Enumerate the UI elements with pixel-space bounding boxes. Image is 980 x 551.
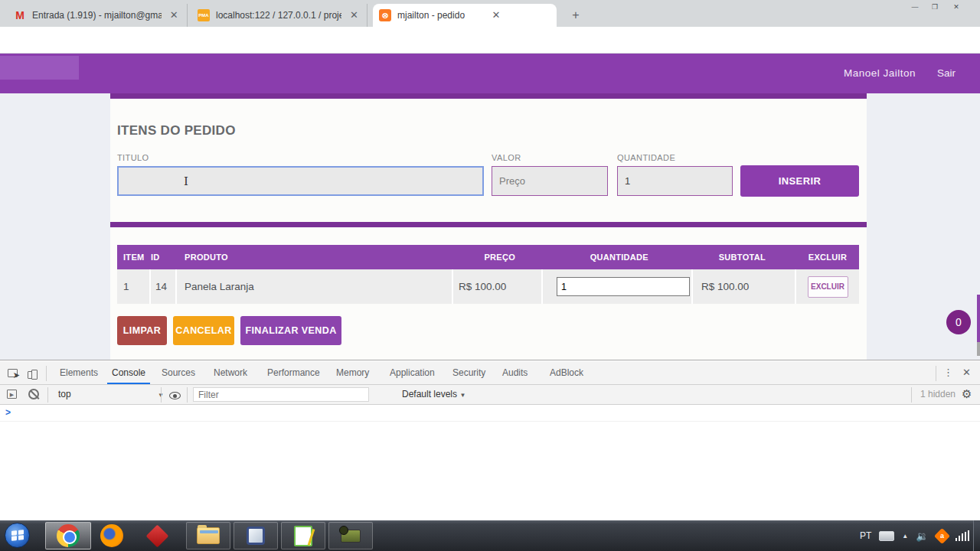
red-diamond-icon bbox=[145, 524, 168, 547]
window-close-button[interactable]: ✕ bbox=[949, 2, 963, 12]
tab-close-icon[interactable]: ✕ bbox=[348, 8, 361, 22]
app-logo-area[interactable] bbox=[0, 56, 79, 80]
tab-pedido-active[interactable]: ꕕ mjailton - pedido ✕ bbox=[373, 4, 557, 27]
avast-icon[interactable]: a bbox=[933, 527, 949, 543]
devtools-tab-console[interactable]: Console bbox=[107, 361, 150, 384]
valor-label: VALOR bbox=[492, 153, 521, 162]
taskbar-notepadpp-button[interactable] bbox=[281, 522, 325, 549]
device-toolbar-icon[interactable] bbox=[28, 367, 40, 380]
cell-item: 1 bbox=[117, 269, 151, 304]
row-quantidade-input[interactable] bbox=[557, 277, 690, 296]
logout-link[interactable]: Sair bbox=[937, 67, 956, 79]
inserir-button[interactable]: INSERIR bbox=[740, 165, 859, 197]
devtools-tab-adblock[interactable]: AdBlock bbox=[545, 361, 588, 384]
inspect-element-icon[interactable]: ➤ bbox=[8, 367, 20, 380]
console-sidebar-icon[interactable]: ▶ bbox=[7, 390, 17, 399]
quantidade-input[interactable] bbox=[617, 166, 733, 196]
page-content: Manoel Jailton Sair ITENS DO PEDIDO TITU… bbox=[0, 54, 980, 360]
clear-console-icon[interactable] bbox=[28, 389, 39, 399]
panel-divider-bar bbox=[110, 222, 867, 227]
devtools-menu-icon[interactable]: ⋮ bbox=[943, 367, 953, 378]
divider bbox=[187, 387, 188, 403]
network-signal-icon[interactable] bbox=[956, 530, 970, 541]
cancelar-button[interactable]: CANCELAR bbox=[173, 316, 234, 345]
folder-icon bbox=[197, 527, 220, 544]
tab-title: mjailton - pedido bbox=[397, 10, 465, 21]
tab-title: Entrada (1.919) - mjailton@gmai bbox=[32, 10, 162, 21]
devtools-close-icon[interactable]: ✕ bbox=[962, 367, 971, 378]
user-name[interactable]: Manoel Jailton bbox=[844, 67, 916, 79]
order-table-header: ITEM ID PRODUTO PREÇO QUANTIDADE SUBTOTA… bbox=[117, 245, 859, 269]
taskbar-red-diamond-button[interactable] bbox=[140, 522, 174, 549]
console-settings-gear-icon[interactable]: ⚙ bbox=[962, 387, 972, 401]
tab-gmail[interactable]: M Entrada (1.919) - mjailton@gmai ✕ bbox=[8, 4, 188, 27]
tab-close-icon[interactable]: ✕ bbox=[489, 8, 503, 22]
cube-icon bbox=[247, 527, 265, 545]
hidden-messages-label[interactable]: 1 hidden bbox=[920, 389, 956, 399]
titulo-label: TITULO bbox=[117, 153, 149, 162]
show-desktop-button[interactable] bbox=[973, 520, 980, 551]
notepad-icon bbox=[294, 526, 312, 546]
text-cursor-icon: I bbox=[184, 174, 191, 187]
console-prompt-row[interactable]: > bbox=[0, 405, 980, 422]
start-button[interactable] bbox=[5, 523, 30, 548]
tray-expand-icon[interactable]: ▲ bbox=[902, 533, 908, 540]
devtools-tab-elements[interactable]: Elements bbox=[55, 361, 103, 384]
col-item: ITEM bbox=[117, 253, 151, 262]
excluir-button[interactable]: EXCLUIR bbox=[808, 276, 848, 298]
taskbar-explorer-button[interactable] bbox=[186, 522, 230, 549]
devtools-tab-sources[interactable]: Sources bbox=[157, 361, 200, 384]
firefox-icon bbox=[100, 524, 123, 547]
live-expression-eye-icon[interactable] bbox=[169, 389, 181, 399]
console-filter-input[interactable] bbox=[193, 387, 369, 402]
devtools-panel: ➤ Elements Console Sources Network Perfo… bbox=[0, 360, 980, 520]
section-title: ITENS DO PEDIDO bbox=[117, 123, 236, 139]
finalizar-venda-button[interactable]: FINALIZAR VENDA bbox=[240, 316, 341, 345]
log-levels-dropdown[interactable]: Default levels ▼ bbox=[402, 389, 466, 399]
devtools-tab-bar: ➤ Elements Console Sources Network Perfo… bbox=[0, 361, 980, 385]
window-minimize-button[interactable]: — bbox=[908, 2, 922, 12]
devtools-tab-security[interactable]: Security bbox=[448, 361, 490, 384]
table-row: 1 14 Panela Laranja R$ 100.00 R$ 100.00 … bbox=[117, 269, 859, 304]
col-subtotal: SUBTOTAL bbox=[693, 253, 796, 262]
phpmyadmin-icon: PMA bbox=[198, 9, 210, 21]
speaker-icon[interactable]: 🔉 bbox=[916, 530, 928, 542]
taskbar-firefox-button[interactable] bbox=[95, 522, 129, 549]
devtools-tab-audits[interactable]: Audits bbox=[498, 361, 532, 384]
quantidade-label: QUANTIDADE bbox=[617, 153, 675, 162]
context-selector[interactable]: top ▼ bbox=[58, 389, 164, 399]
tab-title: localhost:122 / 127.0.0.1 / projet bbox=[216, 10, 341, 21]
browser-navbar: ← → ⟳ ⌂ i localhost:122/projeto_erp/pedi… bbox=[0, 27, 980, 54]
col-excluir: EXCLUIR bbox=[796, 253, 859, 262]
scrollbar-thumb[interactable] bbox=[977, 295, 980, 342]
devtools-tab-application[interactable]: Application bbox=[385, 361, 439, 384]
windows-taskbar: PT ▲ 🔉 a bbox=[0, 520, 980, 551]
keyboard-icon[interactable] bbox=[879, 531, 894, 541]
cell-subtotal: R$ 100.00 bbox=[693, 269, 796, 304]
cell-id: 14 bbox=[151, 269, 177, 304]
col-produto: PRODUTO bbox=[177, 253, 453, 262]
divider bbox=[47, 387, 48, 403]
cart-count-badge[interactable]: 0 bbox=[946, 310, 971, 334]
gmail-icon: M bbox=[14, 9, 26, 21]
scrollbar-track[interactable] bbox=[977, 342, 980, 356]
new-tab-button[interactable]: + bbox=[567, 6, 585, 24]
limpar-button[interactable]: LIMPAR bbox=[117, 316, 167, 345]
valor-input[interactable] bbox=[492, 166, 608, 196]
window-maximize-button[interactable]: ❐ bbox=[928, 2, 942, 12]
devtools-tab-network[interactable]: Network bbox=[209, 361, 252, 384]
system-tray: PT ▲ 🔉 a bbox=[860, 520, 969, 551]
browser-tab-strip: M Entrada (1.919) - mjailton@gmai ✕ PMA … bbox=[0, 0, 980, 27]
xampp-icon: ꕕ bbox=[379, 9, 391, 21]
tab-phpmyadmin[interactable]: PMA localhost:122 / 127.0.0.1 / projet ✕ bbox=[191, 4, 368, 27]
tab-close-icon[interactable]: ✕ bbox=[168, 8, 181, 22]
console-toolbar: ▶ top ▼ Default levels ▼ 1 hidden ⚙ bbox=[0, 385, 980, 405]
taskbar-chrome-button[interactable] bbox=[45, 522, 91, 549]
language-indicator[interactable]: PT bbox=[860, 530, 871, 541]
taskbar-virtualbox-button[interactable] bbox=[234, 522, 278, 549]
taskbar-recorder-button[interactable] bbox=[328, 522, 373, 549]
devtools-tab-performance[interactable]: Performance bbox=[263, 361, 325, 384]
devtools-tab-memory[interactable]: Memory bbox=[332, 361, 374, 384]
chrome-icon bbox=[57, 524, 80, 547]
titulo-input[interactable] bbox=[117, 166, 484, 196]
